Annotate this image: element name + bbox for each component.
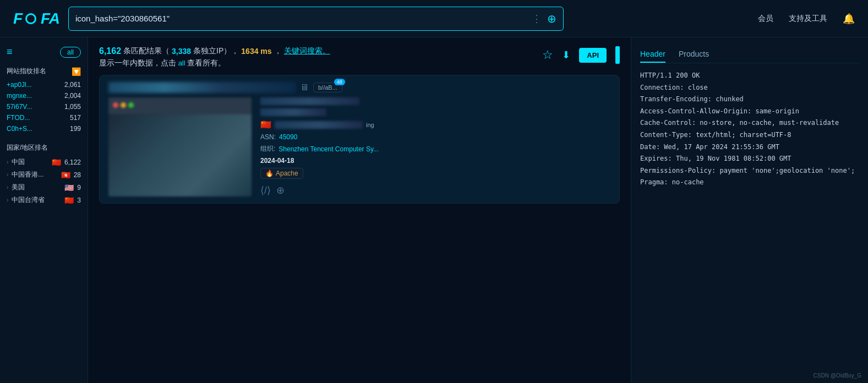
header-line-7: Expires: Thu, 19 Nov 1981 08:52:00 GMT (640, 153, 859, 165)
results-ip-count: 3,338 (172, 47, 191, 56)
search-bar: ⋮ ⊕ (68, 7, 564, 31)
download-button[interactable]: ⬇ (562, 49, 570, 61)
card-info: 🇨🇳 ing ASN: 45090 组织: Shenzhen Tencent C… (260, 97, 610, 196)
funnel-icon[interactable]: 🔽 (72, 67, 81, 76)
results-sub: 显示一年内数据，点击 all 查看所有。 (99, 58, 542, 68)
fingerprint-item-2[interactable]: 57i67V... 1,055 (7, 101, 81, 112)
sidebar-filter-row: ≡ all (7, 46, 81, 58)
filter-icon[interactable]: ≡ (7, 46, 13, 58)
country-item-3[interactable]: › 中国台湾省 🇨🇳 3 (7, 194, 81, 206)
globe-icon[interactable]: ⊕ (276, 184, 285, 196)
star-button[interactable]: ☆ (542, 48, 553, 62)
header-line-6: Date: Wed, 17 Apr 2024 21:55:36 GMT (640, 141, 859, 154)
tag-ing: ing (366, 122, 374, 128)
results-summary: 6,162 条匹配结果（ 3,338 条独立IP）， 1634 ms ， 关键词… (99, 46, 542, 56)
all-link[interactable]: all (178, 59, 185, 67)
fingerprint-section: 网站指纹排名 🔽 +ap0Jl... 2,061 mgnxe... 2,004 … (7, 67, 81, 134)
results-info: 6,162 条匹配结果（ 3,338 条独立IP）， 1634 ms ， 关键词… (99, 46, 542, 68)
member-link[interactable]: 会员 (758, 14, 773, 24)
header-line-2: Transfer-Encoding: chunked (640, 94, 859, 106)
logo[interactable]: F FA (13, 10, 59, 28)
results-ms: 1634 ms (241, 47, 271, 56)
tab-products[interactable]: Products (679, 46, 709, 63)
header-line-9: Pragma: no-cache (640, 177, 859, 189)
org-value[interactable]: Shenzhen Tencent Computer Sy... (279, 145, 379, 153)
nav-right: 会员 支持及工具 🔔 (758, 13, 855, 25)
results-actions: 6,162 条匹配结果（ 3,338 条独立IP）， 1634 ms ， 关键词… (99, 46, 620, 68)
fingerprint-item-4[interactable]: C0h+S... 199 (7, 123, 81, 134)
results-text2: 条独立IP）， (193, 46, 239, 56)
card-server-row: 🔥 Apache (260, 168, 610, 179)
card-blurred-row (260, 97, 610, 105)
header-line-1: Connection: close (640, 82, 859, 94)
blurred-line-2 (260, 108, 326, 116)
chevron-icon: › (7, 184, 8, 190)
fingerprint-item-3[interactable]: FTOD... 517 (7, 112, 81, 123)
fingerprint-item-0[interactable]: +ap0Jl... 2,061 (7, 79, 81, 90)
results-count: 6,162 (99, 46, 121, 56)
card-date: 2024-04-18 (260, 157, 294, 165)
results-text1: 条匹配结果（ (123, 46, 170, 56)
header-content: HTTP/1.1 200 OK Connection: close Transf… (640, 70, 859, 189)
detail-panel: Header Products HTTP/1.1 200 OK Connecti… (631, 37, 868, 383)
detail-tabs: Header Products (640, 46, 859, 63)
country-section: 国家/地区排名 › 中国 🇨🇳 6,122 › 中国香港... 🇭🇰 28 › (7, 143, 81, 206)
card-screenshot[interactable] (108, 97, 252, 196)
blurred-url (108, 82, 296, 93)
card-asn-row: ASN: 45090 (260, 133, 610, 141)
header-line-3: Access-Control-Allow-Origin: same-origin (640, 106, 859, 118)
toolbar-right: ☆ ⬇ API (542, 46, 620, 64)
flag-cn-icon: 🇨🇳 (260, 119, 271, 130)
tab-header[interactable]: Header (640, 46, 665, 63)
chevron-icon: › (7, 197, 8, 203)
api-button[interactable]: API (579, 48, 607, 63)
header-line-8: Permissions-Policy: payment 'none';geolo… (640, 165, 859, 177)
search-input[interactable] (75, 14, 532, 23)
fire-icon: 🔥 (265, 169, 274, 177)
toggle-panel-btn[interactable] (615, 46, 620, 64)
blurred-line-1 (260, 97, 359, 105)
apache-badge[interactable]: 🔥 Apache (260, 168, 303, 179)
options-icon[interactable]: ⋮ (532, 13, 541, 25)
country-item-0[interactable]: › 中国 🇨🇳 6,122 (7, 156, 81, 168)
all-badge[interactable]: all (60, 47, 81, 58)
support-link[interactable]: 支持及工具 (789, 14, 827, 24)
header: F FA ⋮ ⊕ 会员 支持及工具 🔔 (0, 0, 868, 37)
header-line-5: Content-Type: text/html; charset=UTF-8 (640, 129, 859, 141)
card-flag-row: 🇨🇳 ing (260, 119, 610, 130)
footer-credit: CSDN @OidBoy_G (814, 373, 861, 379)
card-top: 🖥 b//aB... 48 (108, 82, 610, 93)
fingerprint-item-1[interactable]: mgnxe... 2,004 (7, 90, 81, 101)
fingerprint-title: 网站指纹排名 🔽 (7, 67, 81, 76)
card-blurred-row2 (260, 108, 610, 116)
tag-badge[interactable]: b//aB... 48 (313, 83, 342, 92)
card-preview: 🇨🇳 ing ASN: 45090 组织: Shenzhen Tencent C… (108, 97, 610, 196)
code-icon[interactable]: ⟨/⟩ (260, 184, 271, 196)
bell-icon[interactable]: 🔔 (843, 13, 855, 25)
monitor-icon: 🖥 (300, 83, 309, 92)
search-icon[interactable]: ⊕ (547, 12, 556, 25)
tag-count-bubble: 48 (334, 79, 345, 85)
country-item-1[interactable]: › 中国香港... 🇭🇰 28 (7, 168, 81, 181)
blurred-line-3 (275, 121, 363, 129)
chevron-icon: › (7, 172, 8, 178)
sidebar: ≡ all 网站指纹排名 🔽 +ap0Jl... 2,061 mgnxe... … (0, 37, 88, 383)
country-item-2[interactable]: › 美国 🇺🇸 9 (7, 181, 81, 194)
country-title: 国家/地区排名 (7, 143, 81, 152)
fingerprint-items: +ap0Jl... 2,061 mgnxe... 2,004 57i67V...… (7, 79, 81, 134)
header-line-4: Cache-Control: no-store, no-cache, must-… (640, 117, 859, 129)
card-org-row: 组织: Shenzhen Tencent Computer Sy... (260, 144, 610, 154)
results-text3: ， (274, 46, 282, 56)
results-keyword-link[interactable]: 关键词搜索。 (284, 46, 330, 56)
card-icons-row: ⟨/⟩ ⊕ (260, 184, 610, 196)
header-line-0: HTTP/1.1 200 OK (640, 70, 859, 82)
chevron-icon: › (7, 159, 8, 165)
asn-value[interactable]: 45090 (279, 133, 297, 141)
main: ≡ all 网站指纹排名 🔽 +ap0Jl... 2,061 mgnxe... … (0, 37, 868, 383)
results-panel: 6,162 条匹配结果（ 3,338 条独立IP）， 1634 ms ， 关键词… (88, 37, 631, 383)
card-date-row: 2024-04-18 (260, 157, 610, 165)
country-items: › 中国 🇨🇳 6,122 › 中国香港... 🇭🇰 28 › 美国 🇺🇸 9 (7, 156, 81, 206)
result-card: 🖥 b//aB... 48 (99, 75, 620, 204)
